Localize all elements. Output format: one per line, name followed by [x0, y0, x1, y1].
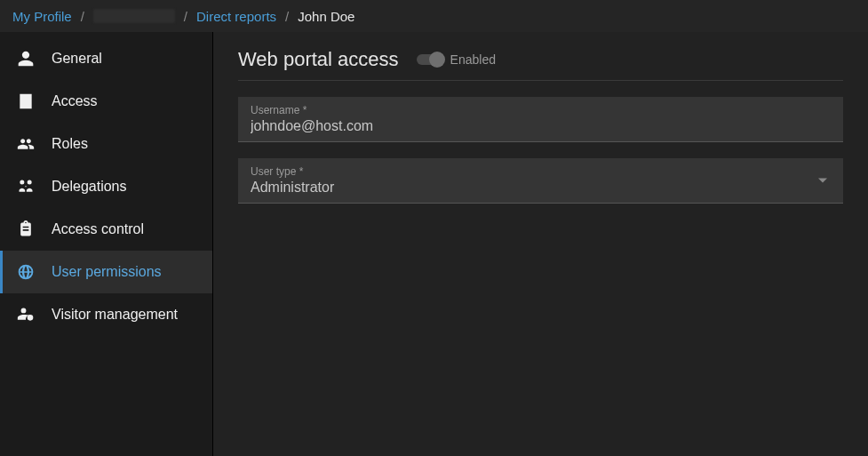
- username-field[interactable]: Username *: [238, 97, 843, 142]
- sidebar-item-access[interactable]: Access: [0, 80, 212, 123]
- breadcrumb: My Profile / / Direct reports / John Doe: [0, 0, 868, 32]
- sidebar: General Access Roles Delegations Access: [0, 32, 213, 456]
- breadcrumb-obscured-item[interactable]: [93, 9, 175, 23]
- sidebar-item-roles[interactable]: Roles: [0, 123, 212, 165]
- building-icon: [16, 92, 36, 111]
- section-header: Web portal access Enabled: [238, 48, 843, 81]
- web-access-toggle-wrap[interactable]: Enabled: [417, 52, 496, 67]
- toggle-label: Enabled: [450, 52, 496, 67]
- sidebar-item-label: General: [52, 51, 102, 67]
- sidebar-item-label: Access control: [52, 221, 144, 237]
- sidebar-item-visitor-management[interactable]: Visitor management: [0, 293, 212, 336]
- sidebar-item-delegations[interactable]: Delegations: [0, 165, 212, 208]
- section-title: Web portal access: [238, 48, 399, 71]
- toggle-switch-icon: [417, 54, 443, 65]
- user-type-label: User type *: [251, 165, 831, 178]
- breadcrumb-sep: /: [184, 9, 187, 24]
- breadcrumb-current: John Doe: [298, 9, 354, 24]
- main-panel: Web portal access Enabled Username * Use…: [213, 32, 868, 456]
- breadcrumb-sep: /: [285, 9, 289, 24]
- sidebar-item-label: User permissions: [52, 264, 162, 280]
- breadcrumb-my-profile[interactable]: My Profile: [12, 9, 72, 24]
- person-icon: [16, 49, 36, 68]
- sidebar-item-label: Roles: [52, 136, 88, 152]
- user-type-field[interactable]: User type * Administrator: [238, 158, 843, 204]
- chevron-down-icon: [818, 179, 827, 183]
- sidebar-item-general[interactable]: General: [0, 37, 212, 80]
- sidebar-item-user-permissions[interactable]: User permissions: [0, 251, 212, 293]
- group-icon: [16, 134, 36, 154]
- breadcrumb-sep: /: [81, 9, 84, 24]
- person-circle-icon: [16, 305, 36, 324]
- username-label: Username *: [251, 104, 831, 116]
- sidebar-item-label: Delegations: [52, 179, 127, 195]
- username-input[interactable]: [251, 118, 831, 134]
- sidebar-item-access-control[interactable]: Access control: [0, 208, 212, 251]
- clipboard-icon: [16, 220, 36, 239]
- globe-icon: [16, 262, 36, 282]
- user-type-value: Administrator: [251, 180, 831, 196]
- breadcrumb-direct-reports[interactable]: Direct reports: [196, 9, 276, 24]
- sidebar-item-label: Access: [52, 93, 98, 109]
- sidebar-item-label: Visitor management: [52, 307, 178, 323]
- delegate-icon: [16, 177, 36, 196]
